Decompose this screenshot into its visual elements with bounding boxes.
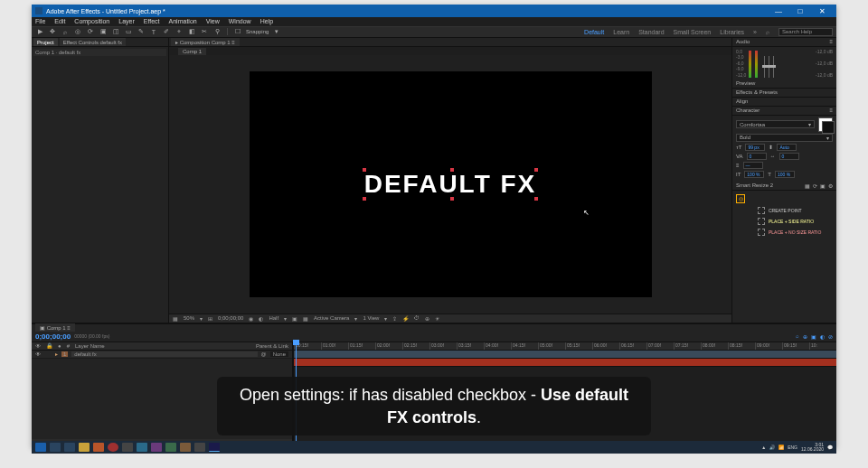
firefox-icon[interactable] — [93, 443, 104, 452]
font-weight-dropdown[interactable]: Bold▾ — [736, 134, 833, 142]
workspace-more-icon[interactable]: » — [753, 29, 757, 35]
layer-row[interactable]: 👁 ▸ 1 default fx @ None — [32, 351, 292, 359]
character-panel-title[interactable]: Character — [736, 108, 760, 113]
ruler-mark[interactable]: 10: — [809, 342, 836, 350]
eye-toggle[interactable]: 👁 — [35, 351, 41, 357]
menu-layer[interactable]: Layer — [118, 18, 135, 24]
app-icon[interactable] — [137, 443, 147, 452]
zoom-down-icon[interactable]: ▾ — [200, 315, 203, 322]
camera-dropdown[interactable]: Active Camera — [314, 315, 349, 321]
timecode-display[interactable]: 0;00;00;00 — [35, 332, 71, 341]
canvas[interactable]: DEFAULT FX ↖ — [250, 71, 652, 297]
color-swatch[interactable] — [818, 117, 833, 132]
menu-animation[interactable]: Animation — [169, 18, 197, 24]
tl-icon[interactable]: ▣ — [811, 333, 816, 340]
ruler-mark[interactable]: 01:00f — [321, 342, 348, 350]
ruler-mark[interactable]: 06:15f — [619, 342, 646, 350]
text-handle[interactable] — [534, 197, 538, 201]
ruler-mark[interactable]: 09:15f — [782, 342, 809, 350]
resolution-dropdown[interactable]: Half — [269, 315, 278, 321]
search-icon[interactable]: ⌕ — [766, 29, 769, 35]
snapshot-icon[interactable]: ◉ — [249, 315, 253, 322]
exposure-icon[interactable]: ☀ — [435, 315, 439, 322]
roi-icon[interactable]: ▣ — [292, 315, 297, 322]
menu-effect[interactable]: Effect — [144, 18, 160, 24]
project-item[interactable]: Comp 1 · default fx — [33, 49, 166, 56]
workspace-libraries[interactable]: Libraries — [720, 29, 744, 35]
camera-down-icon[interactable]: ▾ — [354, 315, 357, 322]
orbit-tool-icon[interactable]: ◎ — [73, 27, 82, 36]
smart-icon[interactable]: ⟳ — [813, 183, 817, 189]
lock-column-icon[interactable]: 🔒 — [46, 342, 52, 349]
timeline-ruler[interactable]: 00:15f01:00f01:15f02:00f02:15f03:00f03:1… — [294, 342, 836, 351]
search-taskbar-icon[interactable] — [50, 443, 61, 452]
text-handle[interactable] — [363, 197, 366, 201]
tl-icon[interactable]: ⊕ — [803, 333, 807, 340]
vscale-input[interactable]: 100 % — [744, 171, 764, 178]
app-icon[interactable] — [151, 443, 162, 452]
workspace-learn[interactable]: Learn — [613, 29, 629, 35]
audio-slider[interactable] — [764, 56, 765, 78]
close-button[interactable]: ✕ — [811, 5, 833, 17]
parent-dropdown[interactable]: None — [270, 351, 288, 357]
text-handle[interactable] — [450, 168, 454, 172]
menu-window[interactable]: Window — [229, 18, 251, 24]
leading-input[interactable]: Auto — [777, 144, 797, 151]
text-tool-icon[interactable]: T — [149, 27, 158, 36]
opera-icon[interactable] — [108, 443, 118, 452]
smart-create-point[interactable]: CREATE POINT — [758, 207, 833, 214]
menu-file[interactable]: File — [35, 18, 45, 24]
effects-panel-title[interactable]: Effects & Presets — [736, 89, 778, 95]
preview-panel-title[interactable]: Preview — [736, 80, 755, 86]
gear-icon[interactable]: ⚙ — [828, 183, 833, 189]
viewport[interactable]: DEFAULT FX ↖ — [169, 55, 731, 314]
hand-tool-icon[interactable]: ✥ — [48, 27, 57, 36]
timeline-icon[interactable]: ⏱ — [414, 315, 420, 321]
ruler-mark[interactable]: 01:15f — [348, 342, 375, 350]
smart-resize-active-icon[interactable]: ◎ — [736, 194, 745, 203]
app-icon[interactable] — [165, 443, 176, 452]
smart-place-nosize[interactable]: PLACE + NO SIZE RATIO — [758, 229, 833, 236]
tray-icon[interactable]: 🔊 — [769, 445, 775, 450]
project-body[interactable]: Comp 1 · default fx — [32, 47, 168, 323]
ruler-mark[interactable]: 04:15f — [511, 342, 538, 350]
app-icon[interactable] — [122, 443, 133, 452]
menu-view[interactable]: View — [206, 18, 220, 24]
ruler-mark[interactable]: 06:00f — [592, 342, 619, 350]
explorer-icon[interactable] — [79, 443, 90, 452]
menu-edit[interactable]: Edit — [54, 18, 65, 24]
res-down-icon[interactable]: ▾ — [284, 315, 287, 322]
ruler-mark[interactable]: 02:15f — [402, 342, 429, 350]
transparency-icon[interactable]: ▦ — [303, 315, 308, 322]
font-size-input[interactable]: 99 px — [745, 144, 765, 151]
workspace-standard[interactable]: Standard — [638, 29, 664, 35]
timeline-comp-tab[interactable]: ▣ Comp 1 ≡ — [35, 323, 75, 332]
zoom-dropdown[interactable]: 50% — [184, 315, 194, 321]
pan-behind-tool-icon[interactable]: ◫ — [111, 27, 120, 36]
eraser-tool-icon[interactable]: ◧ — [187, 27, 196, 36]
app-icon[interactable] — [194, 443, 205, 452]
text-handle[interactable] — [363, 168, 366, 172]
canvas-text[interactable]: DEFAULT FX — [364, 170, 537, 199]
tray-icon[interactable]: ▲ — [761, 445, 766, 450]
smart-icon[interactable]: ▦ — [805, 183, 810, 189]
effect-controls-tab[interactable]: Effect Controls default fx — [60, 38, 126, 46]
menu-help[interactable]: Help — [260, 18, 273, 24]
ruler-mark[interactable]: 04:00f — [484, 342, 511, 350]
kerning-input[interactable]: 0 — [747, 153, 767, 160]
font-dropdown[interactable]: Comfortaa▾ — [736, 120, 815, 128]
composition-header-tab[interactable]: ▸ Composition Comp 1 ≡ — [171, 38, 240, 46]
mask-icon[interactable]: ◐ — [259, 315, 263, 322]
puppet-tool-icon[interactable]: ⚲ — [212, 27, 222, 36]
text-handle[interactable] — [450, 197, 454, 201]
maximize-button[interactable]: □ — [789, 5, 811, 17]
ruler-mark[interactable]: 03:00f — [429, 342, 457, 350]
tracking-input[interactable]: 0 — [779, 153, 799, 160]
ruler-mark[interactable]: 05:15f — [565, 342, 592, 350]
text-handle[interactable] — [534, 168, 538, 172]
tray-icon[interactable]: 📶 — [778, 445, 784, 450]
layer-track[interactable] — [294, 359, 836, 367]
grid-icon[interactable]: ▦ — [173, 315, 178, 322]
hscale-input[interactable]: 100 % — [775, 171, 795, 178]
smart-resize-panel-title[interactable]: Smart Resize 2 — [736, 183, 773, 188]
